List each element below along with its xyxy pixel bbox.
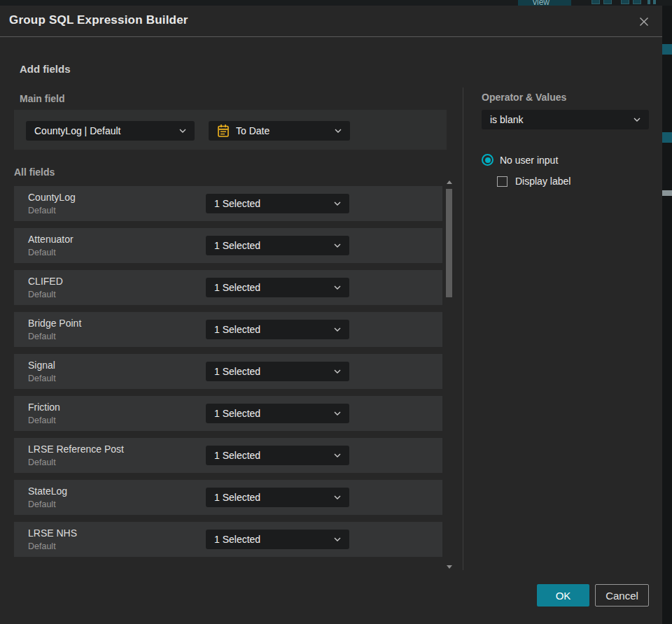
- scrollbar-thumb[interactable]: [446, 189, 452, 297]
- chevron-down-icon: [334, 453, 341, 458]
- field-selection-dropdown[interactable]: 1 Selected: [206, 488, 349, 507]
- chevron-down-icon: [334, 369, 341, 374]
- chevron-down-icon: [334, 285, 341, 290]
- dropdown-value: 1 Selected: [214, 492, 328, 503]
- main-field-dropdown[interactable]: CountyLog | Default: [26, 121, 195, 141]
- field-subtitle: Default: [28, 499, 56, 509]
- screen: Live view Group SQL Expression Builder A…: [0, 0, 672, 624]
- all-fields-scrollbar[interactable]: [444, 180, 455, 569]
- field-name: Attenuator: [28, 234, 74, 245]
- panel-divider: [463, 87, 463, 570]
- field-name: Bridge Point: [28, 318, 81, 329]
- toolbar-icon[interactable]: [633, 0, 641, 4]
- live-view-label: Live view: [533, 0, 566, 6]
- dropdown-value: 1 Selected: [214, 324, 328, 335]
- main-field-type-dropdown[interactable]: To Date: [209, 121, 350, 141]
- display-label-checkbox[interactable]: Display label: [497, 176, 570, 187]
- background-panel: [662, 6, 672, 624]
- field-name: CountyLog: [28, 192, 76, 203]
- all-fields-label: All fields: [14, 166, 55, 178]
- field-selection-dropdown[interactable]: 1 Selected: [206, 530, 349, 549]
- background-fragment: [662, 190, 672, 196]
- operator-dropdown[interactable]: is blank: [482, 110, 649, 129]
- field-selection-dropdown[interactable]: 1 Selected: [206, 194, 349, 213]
- chevron-down-icon: [335, 129, 342, 133]
- field-row: CountyLog Default 1 Selected: [14, 186, 442, 221]
- toolbar-icon: [648, 0, 650, 4]
- ok-button[interactable]: OK: [537, 584, 589, 607]
- dropdown-value: 1 Selected: [214, 450, 328, 461]
- triangle-down-icon[interactable]: [447, 565, 452, 569]
- field-row: CLIFED Default 1 Selected: [14, 270, 442, 305]
- dropdown-value: 1 Selected: [214, 366, 328, 377]
- field-selection-dropdown[interactable]: 1 Selected: [206, 320, 349, 339]
- background-fragment: [662, 132, 672, 143]
- field-subtitle: Default: [28, 541, 56, 551]
- field-selection-dropdown[interactable]: 1 Selected: [206, 446, 349, 465]
- chevron-down-icon: [334, 243, 341, 248]
- radio-selected-icon: [482, 154, 493, 166]
- chevron-down-icon: [334, 201, 341, 206]
- field-selection-dropdown[interactable]: 1 Selected: [206, 236, 349, 255]
- field-selection-dropdown[interactable]: 1 Selected: [206, 278, 349, 297]
- dropdown-value: 1 Selected: [214, 240, 328, 251]
- checkbox-icon: [497, 176, 507, 187]
- chevron-down-icon: [334, 495, 341, 499]
- toolbar-icon[interactable]: [592, 0, 600, 4]
- group-sql-expression-builder-dialog: Group SQL Expression Builder Add fields …: [0, 6, 662, 624]
- all-fields-list: CountyLog Default 1 Selected Attenuator …: [14, 186, 442, 564]
- field-subtitle: Default: [28, 290, 56, 299]
- field-subtitle: Default: [28, 416, 56, 425]
- field-row: StateLog Default 1 Selected: [14, 480, 442, 515]
- calendar-icon: [217, 124, 230, 138]
- chevron-down-icon: [334, 411, 341, 416]
- field-row: LRSE Reference Post Default 1 Selected: [14, 438, 442, 473]
- main-field-label: Main field: [20, 93, 65, 104]
- background-fragment: [662, 44, 672, 55]
- live-view-button[interactable]: Live view: [518, 0, 571, 6]
- field-subtitle: Default: [28, 458, 56, 467]
- toolbar-icon: [653, 0, 656, 4]
- dropdown-value: is blank: [490, 114, 628, 125]
- field-row: Bridge Point Default 1 Selected: [14, 312, 442, 347]
- dropdown-value: 1 Selected: [214, 198, 328, 209]
- field-name: CLIFED: [28, 276, 63, 287]
- dialog-titlebar: Group SQL Expression Builder: [0, 6, 662, 37]
- dialog-title: Group SQL Expression Builder: [9, 13, 188, 27]
- close-icon[interactable]: [636, 13, 652, 30]
- chevron-down-icon: [634, 118, 640, 122]
- no-user-input-radio[interactable]: No user input: [482, 154, 558, 166]
- field-row: Signal Default 1 Selected: [14, 354, 442, 389]
- chevron-down-icon: [179, 129, 186, 133]
- field-name: Signal: [28, 360, 55, 371]
- checkbox-label: Display label: [515, 176, 570, 187]
- dropdown-value: 1 Selected: [214, 534, 328, 545]
- field-name: LRSE Reference Post: [28, 444, 124, 455]
- radio-label: No user input: [500, 155, 558, 166]
- field-selection-dropdown[interactable]: 1 Selected: [206, 362, 349, 381]
- triangle-up-icon[interactable]: [447, 180, 452, 184]
- field-selection-dropdown[interactable]: 1 Selected: [206, 404, 349, 423]
- field-name: Friction: [28, 402, 60, 413]
- toolbar-icon[interactable]: [603, 0, 612, 4]
- field-row: Attenuator Default 1 Selected: [14, 228, 442, 263]
- field-row: LRSE NHS Default 1 Selected: [14, 522, 442, 557]
- field-row: Friction Default 1 Selected: [14, 396, 442, 431]
- field-name: LRSE NHS: [28, 527, 77, 539]
- dropdown-value: CountyLog | Default: [34, 125, 174, 136]
- dropdown-value: To Date: [236, 125, 323, 136]
- dropdown-value: 1 Selected: [214, 408, 328, 419]
- cancel-button[interactable]: Cancel: [595, 584, 649, 607]
- dropdown-value: 1 Selected: [214, 282, 328, 293]
- add-fields-heading: Add fields: [20, 63, 71, 75]
- toolbar-icon[interactable]: [621, 0, 629, 4]
- background-toolbar: Live view: [0, 0, 672, 6]
- field-subtitle: Default: [28, 374, 56, 383]
- chevron-down-icon: [334, 537, 341, 541]
- field-name: StateLog: [28, 485, 67, 497]
- main-field-panel: CountyLog | Default To Date: [14, 110, 447, 150]
- field-subtitle: Default: [28, 206, 56, 215]
- chevron-down-icon: [334, 327, 341, 332]
- field-subtitle: Default: [28, 332, 56, 341]
- field-subtitle: Default: [28, 248, 56, 257]
